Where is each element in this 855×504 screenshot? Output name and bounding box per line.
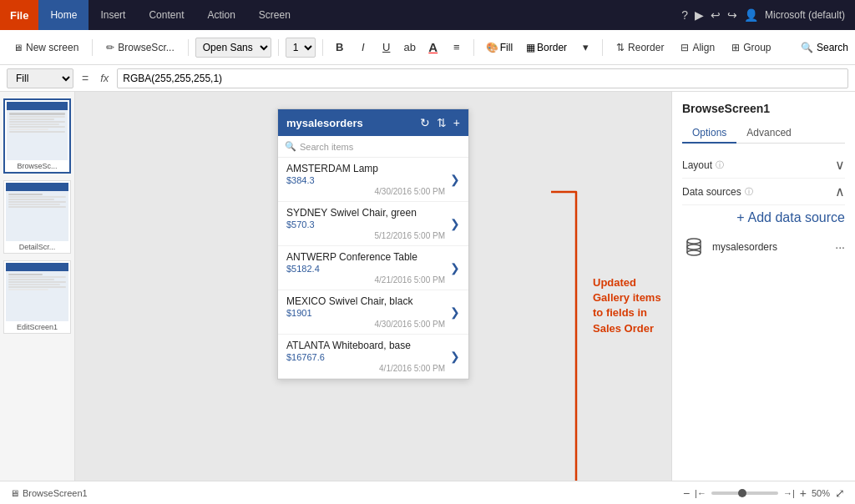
redo-icon[interactable]: ↪ xyxy=(727,8,737,22)
canvas-area[interactable]: mysalesorders ↻ ⇅ + 🔍 Search items AMSTE… xyxy=(75,92,671,481)
new-screen-button[interactable]: 🖥 New screen xyxy=(7,38,85,57)
pencil-icon: ✏ xyxy=(106,42,114,53)
thumbnail-browse-label: BrowseSc... xyxy=(7,162,68,170)
menu-item-insert[interactable]: Insert xyxy=(89,0,137,30)
item-price-4: $1901 xyxy=(286,308,445,318)
add-datasource-button[interactable]: + Add data source xyxy=(682,205,845,230)
screen-icon: 🖥 xyxy=(10,488,19,498)
strikethrough-button[interactable]: ab xyxy=(400,38,420,58)
zoom-in-button[interactable]: + xyxy=(800,486,807,500)
status-bar: 🖥 BrowseScreen1 − |← →| + 50% ⤢ xyxy=(0,481,855,504)
zoom-thumb xyxy=(738,489,746,497)
list-item[interactable]: SYDNEY Swivel Chair, green $570.3 5/12/2… xyxy=(278,202,468,246)
sort-icon[interactable]: ⇅ xyxy=(437,116,447,129)
zoom-out-button[interactable]: − xyxy=(683,486,690,500)
underline-button[interactable]: U xyxy=(377,38,397,58)
zoom-slider[interactable] xyxy=(711,491,778,495)
fx-label: fx xyxy=(97,72,112,84)
item-content-1: AMSTERDAM Lamp $384.3 4/30/2016 5:00 PM xyxy=(286,163,445,196)
toolbar: 🖥 New screen ✏ BrowseScr... Open Sans 18… xyxy=(0,30,855,65)
thumbnail-detail-screen[interactable]: DetailScr... xyxy=(3,180,71,254)
italic-button[interactable]: I xyxy=(353,38,373,58)
menu-logo[interactable]: File xyxy=(0,0,38,30)
border-icon: ▦ xyxy=(526,42,535,53)
border-button[interactable]: ▦ Border xyxy=(521,38,572,57)
bold-button[interactable]: B xyxy=(330,38,350,58)
datasources-info-icon[interactable]: ⓘ xyxy=(745,186,753,198)
refresh-icon[interactable]: ↻ xyxy=(420,116,430,129)
browse-screen-dropdown[interactable]: ✏ BrowseScr... xyxy=(99,38,180,57)
thumbnail-browse-screen[interactable]: BrowseSc... xyxy=(3,98,71,174)
item-arrow-2: ❯ xyxy=(450,217,460,230)
item-arrow-5: ❯ xyxy=(450,350,460,363)
fill-button[interactable]: 🎨 Fill xyxy=(481,38,518,57)
right-panel: BrowseScreen1 Options Advanced Layout ⓘ … xyxy=(671,92,855,481)
svg-point-0 xyxy=(687,239,701,244)
toolbar-divider-2 xyxy=(188,39,189,56)
datasources-section: Data sources ⓘ ∧ xyxy=(682,179,845,205)
list-item[interactable]: ANTWERP Conference Table $5182.4 4/21/20… xyxy=(278,246,468,290)
phone-header: mysalesorders ↻ ⇅ + xyxy=(278,109,468,136)
layout-chevron-icon[interactable]: ∨ xyxy=(835,157,845,173)
search-icon: 🔍 xyxy=(801,42,813,53)
item-title-5: ATLANTA Whiteboard, base xyxy=(286,340,445,351)
font-size-select[interactable]: 18 xyxy=(286,38,316,58)
status-bar-right: − |← →| + 50% ⤢ xyxy=(683,486,845,500)
layout-info-icon[interactable]: ⓘ xyxy=(716,159,724,171)
item-content-4: MEXICO Swivel Chair, black $1901 4/30/20… xyxy=(286,295,445,329)
item-arrow-1: ❯ xyxy=(450,173,460,186)
item-arrow-3: ❯ xyxy=(450,261,460,275)
phone-search-placeholder: Search items xyxy=(300,142,353,152)
group-button[interactable]: ⊞ Group xyxy=(725,38,777,57)
tab-advanced[interactable]: Advanced xyxy=(736,123,801,143)
align-button[interactable]: ≡ xyxy=(447,38,467,58)
datasource-item: mysalesorders ··· xyxy=(682,230,845,264)
reorder-icon: ⇅ xyxy=(616,42,625,53)
user-icon: 👤 xyxy=(744,8,758,22)
item-date-1: 4/30/2016 5:00 PM xyxy=(374,187,445,196)
thumbnail-panel: BrowseSc... DetailScr... xyxy=(0,92,75,481)
tab-options[interactable]: Options xyxy=(682,123,736,144)
new-screen-icon: 🖥 xyxy=(13,43,23,53)
list-item[interactable]: AMSTERDAM Lamp $384.3 4/30/2016 5:00 PM … xyxy=(278,158,468,202)
align-tool-icon: ⊟ xyxy=(680,42,689,53)
property-dropdown[interactable]: Fill xyxy=(7,68,73,88)
add-icon[interactable]: + xyxy=(453,116,460,129)
toolbar-divider-3 xyxy=(278,39,279,56)
item-title-1: AMSTERDAM Lamp xyxy=(286,163,445,174)
align-tool-button[interactable]: ⊟ Align xyxy=(674,38,721,57)
run-icon[interactable]: ▶ xyxy=(695,8,704,22)
reorder-button[interactable]: ⇅ Reorder xyxy=(610,38,670,57)
text-color-button[interactable]: A xyxy=(423,38,443,58)
phone-mockup: mysalesorders ↻ ⇅ + 🔍 Search items AMSTE… xyxy=(277,108,469,380)
chevron-down-icon[interactable]: ▾ xyxy=(575,38,595,58)
font-family-select[interactable]: Open Sans xyxy=(195,38,271,58)
menu-item-action[interactable]: Action xyxy=(195,0,246,30)
right-panel-tabs: Options Advanced xyxy=(682,123,845,144)
thumbnail-detail-label: DetailScr... xyxy=(6,243,68,251)
toolbar-divider-6 xyxy=(602,39,603,56)
phone-header-icons: ↻ ⇅ + xyxy=(420,116,460,129)
thumbnail-edit-screen[interactable]: EditScreen1 xyxy=(3,260,71,334)
datasources-chevron-icon[interactable]: ∧ xyxy=(835,184,845,199)
fill-icon: 🎨 xyxy=(486,42,498,53)
menu-item-home[interactable]: Home xyxy=(38,0,89,30)
list-item[interactable]: ATLANTA Whiteboard, base $16767.6 4/1/20… xyxy=(278,335,468,379)
help-icon[interactable]: ? xyxy=(681,8,688,22)
menu-item-screen[interactable]: Screen xyxy=(247,0,302,30)
expand-icon[interactable]: ⤢ xyxy=(835,486,845,500)
item-title-4: MEXICO Swivel Chair, black xyxy=(286,295,445,307)
datasource-more-icon[interactable]: ··· xyxy=(835,240,845,254)
formula-input[interactable] xyxy=(117,68,848,88)
undo-icon[interactable]: ↩ xyxy=(711,8,721,22)
toolbar-divider-1 xyxy=(92,39,93,56)
layout-section: Layout ⓘ ∨ xyxy=(682,152,845,179)
phone-search-bar[interactable]: 🔍 Search items xyxy=(278,136,468,158)
list-item[interactable]: MEXICO Swivel Chair, black $1901 4/30/20… xyxy=(278,290,468,335)
menu-item-content[interactable]: Content xyxy=(137,0,195,30)
formula-bar: Fill = fx xyxy=(0,65,855,92)
item-content-2: SYDNEY Swivel Chair, green $570.3 5/12/2… xyxy=(286,207,445,240)
item-price-3: $5182.4 xyxy=(286,264,445,274)
item-content-3: ANTWERP Conference Table $5182.4 4/21/20… xyxy=(286,251,445,285)
add-datasource-plus-icon: + xyxy=(736,210,744,225)
